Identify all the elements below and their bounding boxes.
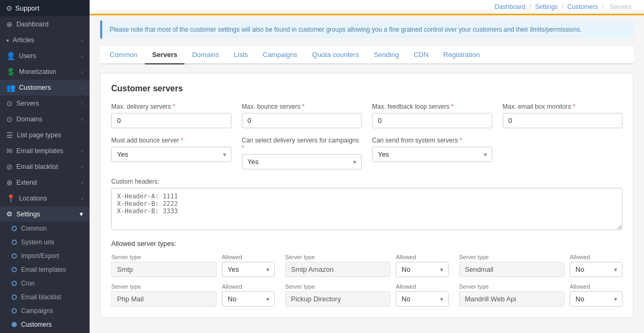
form-group-can-send-system: Can send from system servers * Yes No bbox=[372, 137, 492, 169]
max-bounce-input[interactable] bbox=[242, 113, 362, 128]
customers-icon: 👥 bbox=[6, 83, 15, 92]
allowed-col-label-1: Allowed bbox=[222, 254, 275, 260]
smtp-allowed-wrapper: Yes No bbox=[222, 262, 275, 277]
users-icon: 👤 bbox=[6, 52, 15, 60]
form-group-max-feedback: Max. feedback loop servers * bbox=[372, 103, 492, 128]
tab-domains[interactable]: Domains bbox=[184, 46, 226, 64]
sidebar-item-users[interactable]: 👤Users ‹ bbox=[0, 48, 90, 64]
content-area: Please note that most of the customer se… bbox=[90, 15, 644, 333]
tab-lists[interactable]: Lists bbox=[227, 46, 256, 64]
server-types-grid: Server type Smtp Allowed Yes No bbox=[111, 254, 622, 307]
max-feedback-input[interactable] bbox=[372, 113, 492, 128]
form-group-can-select-delivery: Can select delivery servers for campaign… bbox=[242, 137, 362, 169]
phpmail-allowed-select[interactable]: Yes No bbox=[222, 291, 275, 307]
sidebar-item-articles[interactable]: ▪Articles ‹ bbox=[0, 32, 90, 48]
top-bar: Dashboard / Settings / Customers / Serve… bbox=[90, 0, 644, 15]
can-send-system-label: Can send from system servers * bbox=[372, 137, 492, 144]
server-type-col4: Server type Php Mail Allowed Yes No bbox=[111, 283, 275, 307]
custom-headers-textarea[interactable]: X-Header-A: 1111 X-Header-B: 2222 X-Head… bbox=[111, 188, 622, 230]
form-row-2: Must add bounce server * Yes No Can sele… bbox=[111, 137, 622, 169]
chevron-icon: ‹ bbox=[82, 37, 83, 43]
dot-icon bbox=[12, 281, 17, 286]
tab-common[interactable]: Common bbox=[102, 46, 145, 64]
smtp-allowed-select[interactable]: Yes No bbox=[222, 262, 275, 277]
tabs-bar: Common Servers Domains Lists Campaigns Q… bbox=[100, 46, 633, 64]
form-group-max-bounce: Max. bounce servers * bbox=[242, 103, 362, 128]
server-type-pickup: Pickup Directory bbox=[285, 291, 391, 307]
phpmail-allowed-wrapper: Yes No bbox=[222, 291, 275, 307]
breadcrumb-customers[interactable]: Customers bbox=[568, 3, 598, 11]
tab-servers[interactable]: Servers bbox=[145, 46, 185, 64]
sidebar-top-label: Support bbox=[15, 4, 40, 12]
max-emailbox-label: Max. email box monitors * bbox=[503, 103, 623, 110]
dashboard-icon: ⊕ bbox=[6, 20, 13, 28]
dot-icon bbox=[12, 240, 17, 245]
tab-campaigns[interactable]: Campaigns bbox=[256, 46, 305, 64]
server-type-col-label-4: Server type bbox=[111, 283, 217, 290]
dot-icon bbox=[12, 322, 17, 327]
pickup-allowed-select[interactable]: Yes No bbox=[396, 291, 448, 307]
smtp-amazon-allowed-wrapper: Yes No bbox=[396, 262, 448, 277]
sidebar-item-servers[interactable]: ⊙Servers ‹ bbox=[0, 96, 90, 111]
sidebar-item-emailblacklist[interactable]: ⊘Email blacklist ‹ bbox=[0, 159, 90, 175]
chevron-icon: ‹ bbox=[82, 69, 83, 75]
server-type-col-label-6: Server type bbox=[459, 283, 564, 290]
main-content: Dashboard / Settings / Customers / Serve… bbox=[90, 0, 644, 333]
monetization-icon: 💲 bbox=[6, 68, 15, 76]
sidebar-item-emailtemplates[interactable]: ✉Email templates ‹ bbox=[0, 143, 90, 159]
sidebar-sub-emailblacklist[interactable]: Email blacklist bbox=[0, 290, 90, 304]
sidebar-item-domains[interactable]: ⊙Domains ‹ bbox=[0, 111, 90, 127]
allowed-col-label-2: Allowed bbox=[396, 254, 448, 260]
max-delivery-input[interactable] bbox=[111, 113, 231, 128]
breadcrumb: Dashboard / Settings / Customers / Serve… bbox=[494, 3, 633, 11]
server-type-smtp: Smtp bbox=[111, 262, 217, 277]
breadcrumb-settings[interactable]: Settings bbox=[535, 3, 558, 11]
sidebar-sub-importexport[interactable]: Import/Export bbox=[0, 249, 90, 263]
dot-icon bbox=[12, 308, 17, 313]
tab-sending[interactable]: Sending bbox=[366, 46, 406, 64]
locations-icon: 📍 bbox=[6, 194, 15, 203]
max-emailbox-input[interactable] bbox=[503, 113, 623, 128]
mandrill-allowed-select[interactable]: Yes No bbox=[570, 291, 622, 307]
server-type-sendmail: Sendmail bbox=[459, 262, 564, 277]
settings-chevron-icon: ▾ bbox=[80, 210, 83, 218]
tab-cdn[interactable]: CDN bbox=[406, 46, 436, 64]
allowed-server-types-section: Allowed server types: Server type Smtp A… bbox=[111, 240, 622, 307]
breadcrumb-dashboard[interactable]: Dashboard bbox=[494, 3, 525, 11]
server-type-col-label-3: Server type bbox=[459, 254, 564, 260]
chevron-icon: ‹ bbox=[82, 85, 83, 91]
sidebar-sub-cron[interactable]: Cron bbox=[0, 277, 90, 290]
sidebar-item-dashboard[interactable]: ⊕Dashboard bbox=[0, 16, 90, 32]
can-select-delivery-label: Can select delivery servers for campaign… bbox=[242, 137, 362, 151]
allowed-col-label-4: Allowed bbox=[222, 283, 275, 290]
smtp-amazon-allowed-select[interactable]: Yes No bbox=[396, 262, 448, 277]
sidebar-item-listpagetypes[interactable]: ☰List page types bbox=[0, 127, 90, 143]
chevron-icon: ‹ bbox=[82, 164, 83, 170]
sidebar-sub-emailtemplates[interactable]: Email templates bbox=[0, 263, 90, 277]
sidebar-item-extend[interactable]: ⊕Extend ‹ bbox=[0, 175, 90, 191]
mandrill-allowed-wrapper: Yes No bbox=[570, 291, 622, 307]
sidebar-item-monetization[interactable]: 💲Monetization ‹ bbox=[0, 64, 90, 80]
tab-quotacounters[interactable]: Quota counters bbox=[305, 46, 366, 64]
can-select-delivery-select[interactable]: Yes No bbox=[242, 154, 362, 169]
server-type-col6: Server type Mandrill Web Api Allowed Yes… bbox=[459, 283, 622, 307]
sidebar-item-locations[interactable]: 📍Locations ‹ bbox=[0, 191, 90, 206]
allowed-server-types-title: Allowed server types: bbox=[111, 240, 622, 248]
settings-section-header[interactable]: ⚙ Settings ▾ bbox=[0, 206, 90, 222]
bounce-server-select[interactable]: Yes No bbox=[111, 147, 231, 162]
sidebar-top: ⊙ Support bbox=[0, 0, 90, 16]
articles-icon: ▪ bbox=[6, 36, 9, 44]
sidebar-sub-common[interactable]: Common bbox=[0, 222, 90, 235]
sidebar-sub-customers[interactable]: Customers bbox=[0, 318, 90, 331]
tab-registration[interactable]: Registration bbox=[436, 46, 487, 64]
sidebar-sub-campaigns[interactable]: Campaigns bbox=[0, 304, 90, 318]
servers-icon: ⊙ bbox=[6, 99, 13, 108]
can-send-system-select[interactable]: Yes No bbox=[372, 147, 492, 162]
sendmail-allowed-select[interactable]: Yes No bbox=[570, 262, 622, 277]
server-type-mandrill: Mandrill Web Api bbox=[459, 291, 564, 307]
sidebar-item-customers[interactable]: 👥Customers ‹ bbox=[0, 80, 90, 96]
sidebar-sub-systemurls[interactable]: System urls bbox=[0, 235, 90, 249]
chevron-icon: ‹ bbox=[82, 53, 83, 59]
custom-headers-label: Custom headers: bbox=[111, 178, 622, 185]
can-send-system-select-wrapper: Yes No bbox=[372, 147, 492, 162]
